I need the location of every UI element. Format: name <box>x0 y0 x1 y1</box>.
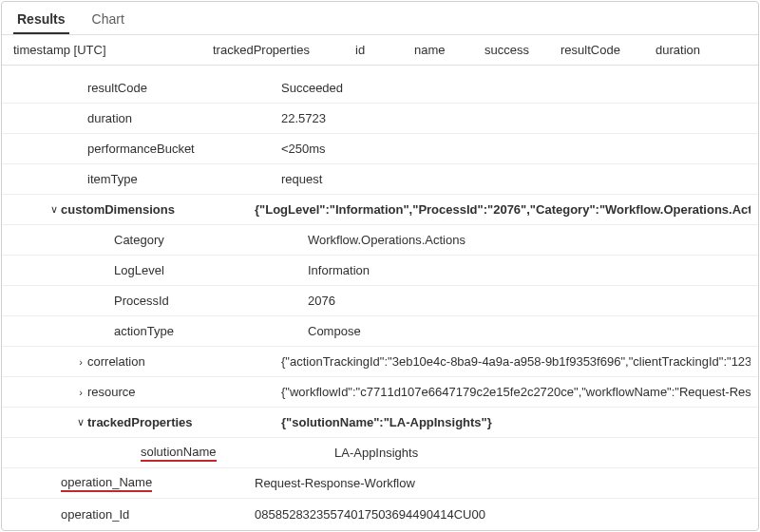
col-tracked[interactable]: trackedProperties <box>213 43 355 57</box>
value: Workflow.Operations.Actions <box>308 233 750 247</box>
value: {"workflowId":"c7711d107e6647179c2e15fe2… <box>281 385 750 399</box>
value: Request-Response-Workflow <box>255 476 750 490</box>
row-resource[interactable]: ›resource {"workflowId":"c7711d107e66471… <box>2 377 758 408</box>
key: duration <box>87 111 147 125</box>
key: solutionName <box>141 445 232 462</box>
col-success[interactable]: success <box>484 43 560 57</box>
key: correlation <box>87 354 161 369</box>
col-name[interactable]: name <box>414 43 484 57</box>
chevron-down-icon[interactable]: ∨ <box>74 416 87 428</box>
value: Information <box>308 263 750 277</box>
value: 08585283235574017503694490414CU00 <box>255 507 750 522</box>
row-itemType[interactable]: itemType request <box>2 164 758 195</box>
value: {"LogLevel":"Information","ProcessId":"2… <box>255 202 750 217</box>
results-body: resultCode Succeeded duration 22.5723 pe… <box>2 66 758 530</box>
row-processid[interactable]: ProcessId 2076 <box>2 286 758 316</box>
key: actionType <box>114 324 189 338</box>
value: Compose <box>308 324 750 338</box>
key: customDimensions <box>61 202 190 217</box>
row-customDimensions[interactable]: ∨customDimensions {"LogLevel":"Informati… <box>2 195 758 225</box>
value: <250ms <box>281 142 750 156</box>
key: Category <box>114 233 180 247</box>
value: {"solutionName":"LA-AppInsights"} <box>281 415 750 429</box>
row-performanceBucket[interactable]: performanceBucket <250ms <box>2 134 758 164</box>
value: LA-AppInsights <box>334 446 750 460</box>
key: performanceBucket <box>87 142 210 156</box>
tab-results[interactable]: Results <box>13 8 69 34</box>
row-actiontype[interactable]: actionType Compose <box>2 316 758 347</box>
key: LogLevel <box>114 263 180 277</box>
highlight: operation_Name <box>61 475 152 492</box>
results-panel: Results Chart timestamp [UTC] trackedPro… <box>1 1 759 531</box>
chevron-right-icon[interactable]: › <box>74 387 87 398</box>
row-loglevel[interactable]: LogLevel Information <box>2 256 758 286</box>
key: operation_Name <box>61 475 167 492</box>
key: ProcessId <box>114 294 184 308</box>
row-solutionname[interactable]: solutionName LA-AppInsights <box>2 438 758 468</box>
row-duration[interactable]: duration 22.5723 <box>2 104 758 134</box>
row-category[interactable]: Category Workflow.Operations.Actions <box>2 225 758 256</box>
key: itemType <box>87 172 153 186</box>
value: request <box>281 172 750 186</box>
col-resultCode[interactable]: resultCode <box>560 43 656 57</box>
value: Succeeded <box>281 81 750 95</box>
chevron-right-icon[interactable]: › <box>74 356 87 368</box>
tab-chart[interactable]: Chart <box>88 8 128 34</box>
row-resultCode[interactable]: resultCode Succeeded <box>2 73 758 104</box>
key: operation_Id <box>61 507 144 522</box>
chevron-down-icon[interactable]: ∨ <box>48 203 61 216</box>
key: trackedProperties <box>87 415 208 429</box>
key: resource <box>87 385 151 399</box>
row-correlation[interactable]: ›correlation {"actionTrackingId":"3eb10e… <box>2 347 758 377</box>
col-duration[interactable]: duration <box>656 43 715 57</box>
value: 2076 <box>308 294 750 308</box>
row-operationname[interactable]: operation_Name Request-Response-Workflow <box>2 468 758 499</box>
col-id[interactable]: id <box>355 43 414 57</box>
highlight: solutionName <box>141 445 217 462</box>
row-operationid[interactable]: operation_Id 085852832355740175036944904… <box>2 499 758 529</box>
column-headers: timestamp [UTC] trackedProperties id nam… <box>2 35 758 66</box>
tab-bar: Results Chart <box>2 2 758 34</box>
key: resultCode <box>87 81 162 95</box>
value: 22.5723 <box>281 111 750 125</box>
col-timestamp[interactable]: timestamp [UTC] <box>13 43 213 57</box>
value: {"actionTrackingId":"3eb10e4c-8ba9-4a9a-… <box>281 354 750 369</box>
row-trackedproperties[interactable]: ∨trackedProperties {"solutionName":"LA-A… <box>2 408 758 438</box>
